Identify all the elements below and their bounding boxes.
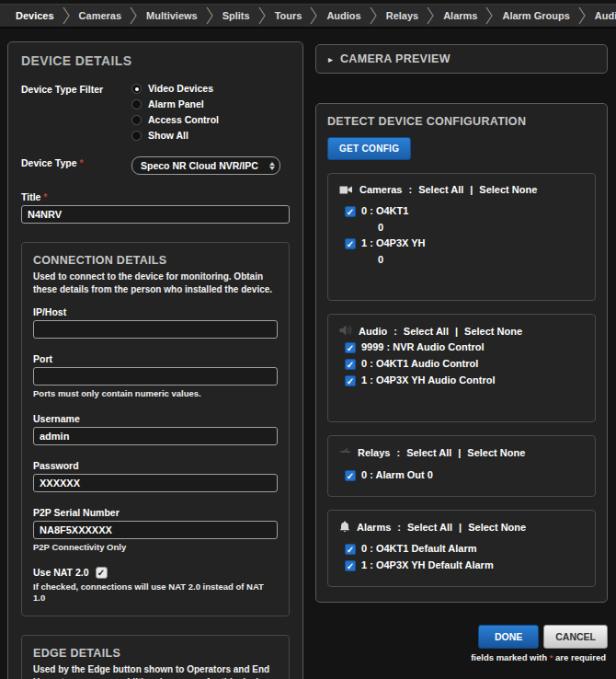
cameras-select-none-link[interactable]: Select None <box>479 184 537 195</box>
checkbox-checked-icon: ✓ <box>345 375 356 386</box>
radio-label: Video Devices <box>148 83 213 94</box>
checkbox-checked-icon: ✓ <box>345 560 356 571</box>
radio-access-control[interactable]: Access Control <box>131 114 219 125</box>
required-asterisk: * <box>79 157 83 168</box>
cancel-button[interactable]: CANCEL <box>543 625 608 649</box>
note-suffix: are required <box>555 652 606 662</box>
radio-icon <box>131 131 142 141</box>
nav-tab-cameras[interactable]: Cameras <box>71 10 130 21</box>
colon: : <box>408 184 412 195</box>
cameras-group-name: Cameras <box>359 184 402 195</box>
use-nat-checkbox[interactable]: ✓ <box>96 567 108 579</box>
pipe: | <box>455 326 458 337</box>
device-type-label-text: Device Type <box>21 157 77 168</box>
nav-tab-splits[interactable]: Splits <box>214 10 258 21</box>
nav-tab-audios[interactable]: Audios <box>318 10 369 21</box>
audio-item-label: 9999 : NVR Audio Control <box>361 341 484 352</box>
nav-tab-relays[interactable]: Relays <box>378 10 427 21</box>
alarm-checkbox-row[interactable]: ✓ 1 : O4P3X YH Default Alarm <box>345 559 584 571</box>
relays-group-name: Relays <box>358 447 390 458</box>
title-field-group: Title * <box>21 191 290 224</box>
video-camera-icon <box>339 184 353 195</box>
audio-checkbox-row[interactable]: ✓ 0 : O4KT1 Audio Control <box>345 358 584 370</box>
relay-icon <box>339 446 351 459</box>
device-type-select[interactable]: Speco NR Cloud NVR/IPC <box>131 156 280 175</box>
camera-checkbox-row[interactable]: ✓ 1 : O4P3X YH <box>345 237 584 249</box>
relays-select-all-link[interactable]: Select All <box>406 447 451 458</box>
nav-tab-audio-groups[interactable]: Audio Groups <box>587 10 616 21</box>
password-label: Password <box>33 460 278 471</box>
nav-tab-devices[interactable]: Devices <box>7 10 63 21</box>
alarm-checkbox-row[interactable]: ✓ 0 : O4KT1 Default Alarm <box>345 543 584 555</box>
title-label: Title * <box>21 191 290 202</box>
camera-preview-header[interactable]: ▸ CAMERA PREVIEW <box>315 44 608 74</box>
port-label: Port <box>33 353 278 364</box>
port-input[interactable] <box>33 367 278 386</box>
device-details-panel: DEVICE DETAILS Device Type Filter Video … <box>7 41 303 679</box>
audio-select-none-link[interactable]: Select None <box>464 326 522 337</box>
get-config-button[interactable]: GET CONFIG <box>327 137 411 160</box>
pipe: | <box>459 522 462 533</box>
colon: : <box>396 447 400 458</box>
pipe: | <box>470 184 473 195</box>
nav-tab-tours[interactable]: Tours <box>267 10 311 21</box>
use-nat-field-group: Use NAT 2.0 ✓ If checked, connections wi… <box>33 567 278 605</box>
note-prefix: fields marked with <box>471 652 547 662</box>
camera-item-subvalue: 0 <box>378 254 584 265</box>
nav-tab-multiviews[interactable]: Multiviews <box>138 10 206 21</box>
alarm-item-label: 1 : O4P3X YH Default Alarm <box>361 559 494 570</box>
done-button[interactable]: DONE <box>478 625 539 649</box>
breadcrumb: Devices Cameras Multiviews Splits Tours … <box>0 4 616 29</box>
collapse-arrow-icon: ▸ <box>328 54 333 64</box>
radio-video-devices[interactable]: Video Devices <box>131 83 219 94</box>
ip-host-label: IP/Host <box>33 306 278 317</box>
radio-show-all[interactable]: Show All <box>131 130 219 141</box>
alarms-select-all-link[interactable]: Select All <box>407 522 452 533</box>
chevron-right-icon <box>206 6 214 26</box>
audio-item-label: 1 : O4P3X YH Audio Control <box>361 374 495 386</box>
relay-checkbox-row[interactable]: ✓ 0 : Alarm Out 0 <box>345 469 584 481</box>
audio-checkbox-row[interactable]: ✓ 1 : O4P3X YH Audio Control <box>345 374 584 386</box>
nav-tab-alarm-groups[interactable]: Alarm Groups <box>494 10 577 21</box>
device-type-filter-row: Device Type Filter Video Devices Alarm P… <box>21 83 290 141</box>
required-asterisk: * <box>550 652 553 662</box>
device-type-row: Device Type * Speco NR Cloud NVR/IPC <box>21 156 290 175</box>
device-type-label: Device Type * <box>21 156 131 175</box>
radio-alarm-panel[interactable]: Alarm Panel <box>131 98 219 109</box>
select-arrows-icon <box>269 162 275 170</box>
username-field-group: Username <box>33 413 278 445</box>
edge-details-description: Used by the Edge button shown to Operato… <box>33 663 278 679</box>
ip-host-input[interactable] <box>33 320 278 339</box>
detect-device-configuration-panel: DETECT DEVICE CONFIGURATION GET CONFIG C… <box>315 103 608 603</box>
relays-select-none-link[interactable]: Select None <box>467 447 525 458</box>
alarms-select-none-link[interactable]: Select None <box>468 522 526 533</box>
radio-icon <box>131 99 142 109</box>
detect-title: DETECT DEVICE CONFIGURATION <box>327 115 596 128</box>
speaker-icon <box>339 325 352 338</box>
audio-item-label: 0 : O4KT1 Audio Control <box>361 358 478 369</box>
device-type-selected-value: Speco NR Cloud NVR/IPC <box>141 160 258 171</box>
right-column: ▸ CAMERA PREVIEW DETECT DEVICE CONFIGURA… <box>315 44 608 662</box>
checkbox-checked-icon: ✓ <box>345 342 356 353</box>
password-field-group: Password <box>33 460 278 492</box>
username-input[interactable] <box>33 427 278 445</box>
p2p-serial-label: P2P Serial Number <box>33 507 278 518</box>
cameras-select-all-link[interactable]: Select All <box>418 184 463 195</box>
chevron-right-icon <box>370 6 378 26</box>
password-input[interactable] <box>33 474 278 492</box>
camera-item-subvalue: 0 <box>378 222 584 233</box>
p2p-serial-hint: P2P Connectivity Only <box>33 542 278 554</box>
title-input[interactable] <box>21 205 290 224</box>
port-hint: Ports must only contain numeric values. <box>33 388 278 400</box>
checkbox-checked-icon: ✓ <box>345 359 356 370</box>
chevron-right-icon <box>130 6 138 26</box>
audio-checkbox-row[interactable]: ✓ 9999 : NVR Audio Control <box>345 341 584 353</box>
camera-checkbox-row[interactable]: ✓ 0 : O4KT1 <box>345 205 584 217</box>
alarms-group: Alarms : Select All | Select None ✓ 0 : … <box>327 510 596 587</box>
audio-select-all-link[interactable]: Select All <box>404 326 449 337</box>
radio-icon <box>131 84 142 94</box>
relay-item-label: 0 : Alarm Out 0 <box>361 469 433 480</box>
p2p-serial-input[interactable] <box>33 521 278 539</box>
title-label-text: Title <box>21 191 40 202</box>
nav-tab-alarms[interactable]: Alarms <box>435 10 485 21</box>
